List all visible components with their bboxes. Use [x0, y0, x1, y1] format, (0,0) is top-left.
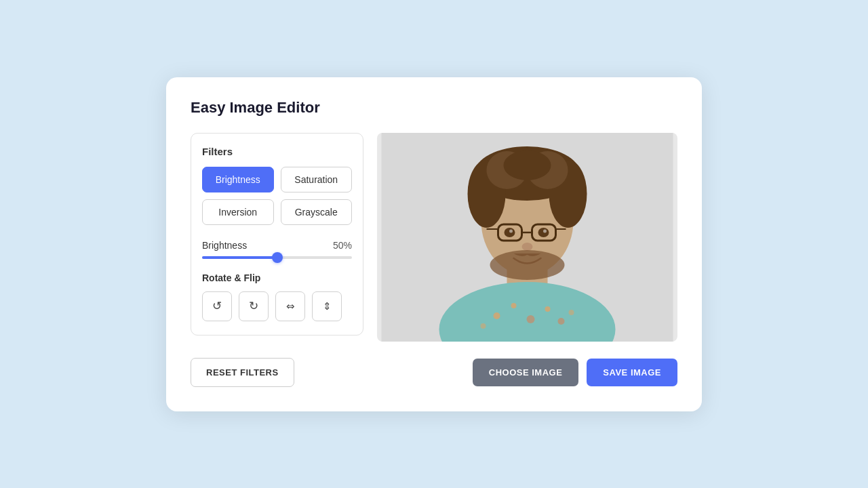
svg-point-16: [504, 150, 551, 180]
filter-btn-brightness[interactable]: Brightness: [202, 167, 274, 192]
flip-vertical-button[interactable]: ⇕: [312, 291, 342, 321]
slider-track[interactable]: [202, 256, 352, 259]
editor-card: Easy Image Editor Filters Brightness Sat…: [166, 77, 702, 411]
svg-point-4: [511, 303, 517, 308]
svg-point-22: [505, 228, 515, 237]
editor-body: Filters Brightness Saturation Inversion …: [191, 133, 677, 342]
rotate-right-button[interactable]: ↻: [239, 291, 269, 321]
filter-btn-inversion[interactable]: Inversion: [202, 199, 274, 225]
rotate-buttons: ↺ ↻ ⇔ ⇕: [202, 291, 352, 321]
rotate-label: Rotate & Flip: [202, 272, 352, 283]
filter-buttons-grid: Brightness Saturation Inversion Grayscal…: [202, 167, 352, 225]
svg-point-23: [538, 228, 549, 237]
bottom-bar: RESET FILTERS CHOOSE IMAGE SAVE IMAGE: [191, 358, 677, 387]
rotate-section: Rotate & Flip ↺ ↻ ⇔ ⇕: [202, 272, 352, 321]
save-image-button[interactable]: SAVE IMAGE: [587, 359, 677, 386]
image-preview: [377, 133, 677, 342]
bottom-right-buttons: CHOOSE IMAGE SAVE IMAGE: [473, 359, 677, 386]
slider-thumb[interactable]: [272, 252, 283, 263]
filters-panel: Filters Brightness Saturation Inversion …: [191, 133, 363, 336]
filter-btn-saturation[interactable]: Saturation: [281, 167, 353, 192]
choose-image-button[interactable]: CHOOSE IMAGE: [473, 359, 579, 386]
rotate-left-button[interactable]: ↺: [202, 291, 232, 321]
slider-section: Brightness 50%: [202, 240, 352, 259]
filters-label: Filters: [202, 146, 352, 157]
slider-name: Brightness: [202, 240, 247, 251]
svg-point-5: [527, 315, 535, 323]
slider-value: 50%: [333, 240, 352, 251]
slider-fill: [202, 256, 277, 259]
svg-point-6: [545, 306, 551, 312]
reset-filters-button[interactable]: RESET FILTERS: [191, 358, 294, 387]
preview-image: [377, 133, 677, 342]
filter-btn-grayscale[interactable]: Grayscale: [281, 199, 353, 225]
svg-point-8: [481, 323, 486, 329]
svg-point-3: [494, 312, 500, 319]
svg-point-9: [569, 310, 574, 315]
slider-row: Brightness 50%: [202, 240, 352, 251]
svg-point-25: [543, 229, 547, 232]
svg-point-7: [558, 318, 565, 325]
flip-horizontal-button[interactable]: ⇔: [275, 291, 305, 321]
svg-point-24: [509, 229, 513, 232]
app-title: Easy Image Editor: [191, 99, 677, 117]
svg-point-26: [522, 243, 533, 251]
